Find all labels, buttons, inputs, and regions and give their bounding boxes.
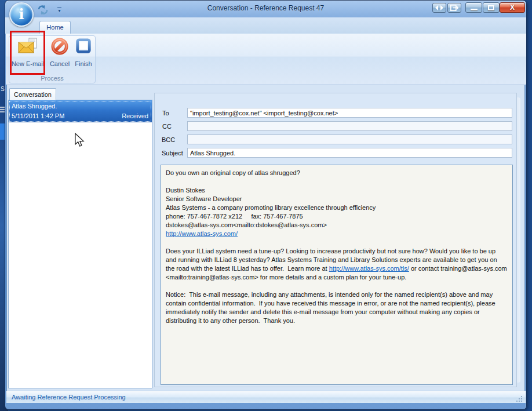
cc-label: CC bbox=[162, 123, 172, 130]
email-body-text: Dustin Stokes bbox=[166, 187, 205, 194]
app-menu-orb[interactable]: i bbox=[9, 2, 34, 27]
finish-button[interactable]: Finish bbox=[72, 37, 95, 72]
annotation-highlight-box bbox=[10, 31, 45, 75]
email-body-line: Do you own an original copy of atlas shr… bbox=[166, 169, 508, 177]
list-item-timestamp: 5/11/2011 1:42 PM bbox=[12, 112, 64, 119]
status-bar: Awaiting Reference Request Processing bbox=[6, 391, 526, 403]
maximize-button[interactable] bbox=[483, 2, 500, 13]
sync-icon[interactable] bbox=[36, 4, 50, 16]
cancel-button-label: Cancel bbox=[50, 60, 70, 67]
to-label: To bbox=[162, 110, 169, 117]
email-body-text: Do you own an original copy of atlas shr… bbox=[166, 169, 300, 176]
close-x-icon: X bbox=[510, 3, 515, 12]
maximize-icon bbox=[488, 5, 494, 10]
finish-icon bbox=[74, 38, 93, 57]
window-nav-button[interactable] bbox=[432, 3, 446, 13]
subject-field[interactable] bbox=[187, 148, 512, 158]
email-body-line: Does your ILLiad system need a tune-up? … bbox=[166, 247, 508, 282]
email-body-line bbox=[166, 282, 508, 290]
email-body-link[interactable]: http://www.atlas-sys.com/ bbox=[166, 230, 238, 237]
screenshot-stage: S Conversation - Reference Request 47 i … bbox=[0, 0, 532, 411]
email-body-text: Senior Software Developer bbox=[166, 195, 242, 202]
email-body-text: Notice: This e-mail message, including a… bbox=[166, 291, 497, 324]
email-body[interactable]: Do you own an original copy of atlas shr… bbox=[161, 165, 513, 385]
exit-window-icon bbox=[450, 5, 458, 11]
email-body-line: Notice: This e-mail message, including a… bbox=[166, 290, 508, 325]
email-body-line: dstokes@atlas-sys.com<mailto:dstokes@atl… bbox=[166, 221, 508, 230]
bcc-field[interactable] bbox=[187, 134, 512, 144]
tab-conversation[interactable]: Conversation bbox=[9, 88, 56, 100]
status-text: Awaiting Reference Request Processing bbox=[12, 394, 126, 401]
email-body-link[interactable]: http://www.atlas-sys.com/tls/ bbox=[329, 265, 409, 272]
cc-field[interactable] bbox=[187, 121, 512, 131]
background-fragment-text: S bbox=[1, 86, 5, 92]
ribbon-tab-row bbox=[5, 17, 526, 34]
mouse-cursor-icon bbox=[74, 133, 85, 150]
minimize-icon bbox=[471, 9, 478, 10]
email-body-line bbox=[166, 238, 508, 247]
list-item[interactable]: Atlas Shrugged. 5/11/2011 1:42 PM Receiv… bbox=[9, 100, 152, 122]
qat-dropdown-arrow-icon[interactable]: ▾ bbox=[56, 6, 63, 13]
email-body-line: http://www.atlas-sys.com/ bbox=[166, 230, 508, 238]
list-item-subject: Atlas Shrugged. bbox=[12, 103, 57, 110]
resize-grip-icon[interactable] bbox=[516, 394, 523, 401]
email-body-line: Dustin Stokes bbox=[166, 186, 508, 195]
dock-arrows-icon bbox=[435, 5, 443, 10]
list-item-direction-badge: Received bbox=[122, 112, 148, 119]
cancel-icon bbox=[50, 38, 69, 57]
email-body-line: Atlas Systems - a company promoting libr… bbox=[166, 203, 508, 212]
email-body-text: Atlas Systems - a company promoting libr… bbox=[166, 204, 376, 211]
bcc-label: BCC bbox=[162, 136, 175, 143]
ribbon-group-label: Process bbox=[9, 75, 96, 82]
finish-button-label: Finish bbox=[75, 60, 92, 67]
email-body-line: phone: 757-467-7872 x212 fax: 757-467-78… bbox=[166, 212, 508, 221]
email-body-line: Senior Software Developer bbox=[166, 195, 508, 203]
email-body-text: phone: 757-467-7872 x212 fax: 757-467-78… bbox=[166, 213, 303, 220]
subject-label: Subject bbox=[162, 150, 183, 157]
minimize-button[interactable] bbox=[465, 2, 482, 13]
window-exit-button[interactable] bbox=[447, 3, 461, 13]
to-field[interactable] bbox=[187, 108, 512, 118]
email-body-line bbox=[166, 177, 508, 186]
email-body-text: dstokes@atlas-sys.com<mailto:dstokes@atl… bbox=[166, 221, 327, 228]
info-orb-icon: i bbox=[19, 6, 24, 23]
cancel-button[interactable]: Cancel bbox=[48, 37, 72, 72]
email-panel: To CC BCC Subject Do you own an original… bbox=[154, 93, 517, 387]
close-button[interactable]: X bbox=[500, 2, 525, 13]
